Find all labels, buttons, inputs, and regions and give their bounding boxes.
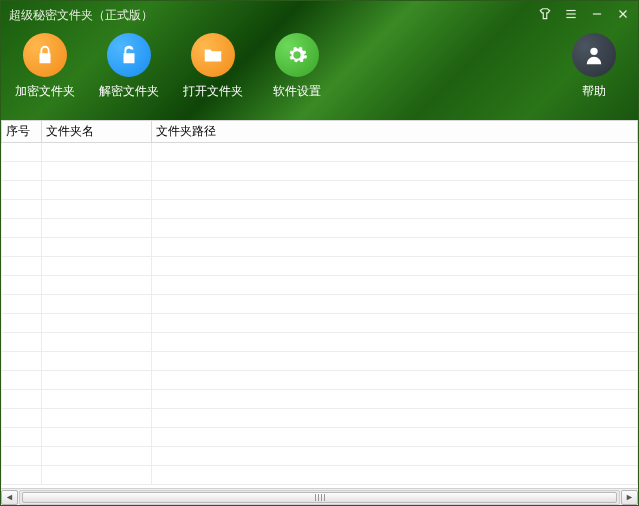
table-row[interactable]: [2, 466, 638, 485]
table-cell: [2, 200, 42, 219]
table-cell: [42, 428, 152, 447]
table-cell: [152, 371, 638, 390]
table-cell: [152, 409, 638, 428]
skin-icon[interactable]: [538, 7, 552, 24]
table-cell: [2, 447, 42, 466]
toolbar: 加密文件夹 解密文件夹 打开文件夹 软件设置: [1, 29, 638, 100]
table-cell: [152, 447, 638, 466]
encrypt-label: 加密文件夹: [15, 83, 75, 100]
help-label: 帮助: [582, 83, 606, 100]
table-cell: [2, 276, 42, 295]
gear-icon: [275, 33, 319, 77]
lock-open-icon: [107, 33, 151, 77]
table-row[interactable]: [2, 238, 638, 257]
table-cell: [152, 143, 638, 162]
table-cell: [42, 143, 152, 162]
table-cell: [42, 333, 152, 352]
table-cell: [2, 409, 42, 428]
scroll-thumb[interactable]: [22, 492, 617, 503]
table-row[interactable]: [2, 447, 638, 466]
table-row[interactable]: [2, 371, 638, 390]
table-cell: [42, 200, 152, 219]
table-row[interactable]: [2, 352, 638, 371]
table-cell: [42, 371, 152, 390]
table-row[interactable]: [2, 409, 638, 428]
table-cell: [42, 219, 152, 238]
table-cell: [2, 428, 42, 447]
table-cell: [152, 200, 638, 219]
table-cell: [42, 162, 152, 181]
table-cell: [42, 257, 152, 276]
content-area: 序号 文件夹名 文件夹路径 ◄ ►: [1, 120, 638, 505]
horizontal-scrollbar[interactable]: ◄ ►: [1, 488, 638, 505]
close-button[interactable]: [616, 7, 630, 24]
table-cell: [152, 257, 638, 276]
table-cell: [2, 162, 42, 181]
table-cell: [42, 181, 152, 200]
table-cell: [42, 352, 152, 371]
scroll-grip-icon: [315, 494, 325, 501]
folder-table[interactable]: 序号 文件夹名 文件夹路径: [1, 120, 638, 488]
table-cell: [152, 428, 638, 447]
table-cell: [2, 314, 42, 333]
table-cell: [2, 219, 42, 238]
folder-icon: [191, 33, 235, 77]
decrypt-folder-button[interactable]: 解密文件夹: [99, 33, 159, 100]
person-icon: [572, 33, 616, 77]
open-folder-button[interactable]: 打开文件夹: [183, 33, 243, 100]
table-cell: [42, 238, 152, 257]
table-row[interactable]: [2, 428, 638, 447]
table-cell: [42, 390, 152, 409]
table-cell: [2, 295, 42, 314]
titlebar: 超级秘密文件夹（正式版）: [1, 1, 638, 29]
table-cell: [152, 276, 638, 295]
settings-button[interactable]: 软件设置: [267, 33, 327, 100]
table-row[interactable]: [2, 333, 638, 352]
header: 超级秘密文件夹（正式版） 加密: [1, 1, 638, 120]
window-controls: [538, 7, 630, 24]
table-row[interactable]: [2, 181, 638, 200]
minimize-button[interactable]: [590, 7, 604, 24]
table-cell: [152, 466, 638, 485]
table-row[interactable]: [2, 143, 638, 162]
table-cell: [152, 295, 638, 314]
table-row[interactable]: [2, 200, 638, 219]
table-row[interactable]: [2, 219, 638, 238]
table-cell: [2, 390, 42, 409]
table-cell: [2, 257, 42, 276]
help-button[interactable]: 帮助: [564, 33, 624, 100]
table-cell: [2, 466, 42, 485]
svg-point-6: [590, 48, 597, 55]
scroll-track[interactable]: [19, 490, 620, 505]
decrypt-label: 解密文件夹: [99, 83, 159, 100]
table-cell: [2, 333, 42, 352]
table-cell: [2, 352, 42, 371]
table-cell: [2, 238, 42, 257]
menu-icon[interactable]: [564, 7, 578, 24]
scroll-left-button[interactable]: ◄: [1, 490, 18, 505]
table-row[interactable]: [2, 314, 638, 333]
lock-closed-icon: [23, 33, 67, 77]
table-row[interactable]: [2, 295, 638, 314]
table-row[interactable]: [2, 390, 638, 409]
table-cell: [152, 162, 638, 181]
app-title: 超级秘密文件夹（正式版）: [9, 7, 538, 24]
table-cell: [2, 181, 42, 200]
table-cell: [42, 447, 152, 466]
encrypt-folder-button[interactable]: 加密文件夹: [15, 33, 75, 100]
table-row[interactable]: [2, 276, 638, 295]
table-cell: [42, 276, 152, 295]
col-header-name[interactable]: 文件夹名: [42, 121, 152, 143]
col-header-index[interactable]: 序号: [2, 121, 42, 143]
table-cell: [152, 181, 638, 200]
open-label: 打开文件夹: [183, 83, 243, 100]
scroll-right-button[interactable]: ►: [621, 490, 638, 505]
col-header-path[interactable]: 文件夹路径: [152, 121, 638, 143]
table-cell: [2, 143, 42, 162]
settings-label: 软件设置: [273, 83, 321, 100]
table-row[interactable]: [2, 162, 638, 181]
app-window: 超级秘密文件夹（正式版） 加密: [0, 0, 639, 506]
table-cell: [152, 390, 638, 409]
table-cell: [42, 466, 152, 485]
table-row[interactable]: [2, 257, 638, 276]
